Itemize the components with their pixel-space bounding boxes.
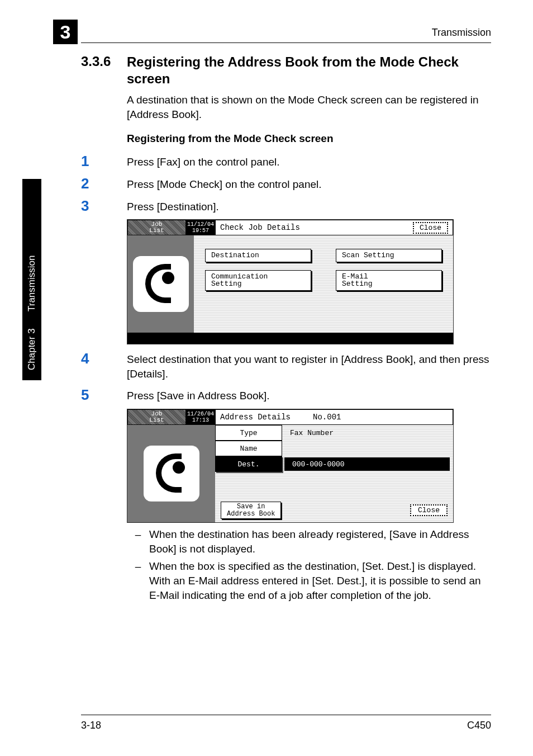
p-stamp-icon: [133, 256, 189, 312]
lcd-address-details: Job List 11/26/04 17:13 Address Details …: [127, 409, 454, 523]
side-tab-title: Transmission: [26, 256, 37, 311]
running-head: Transmission: [432, 27, 491, 39]
save-in-address-book-button[interactable]: Save in Address Book: [221, 502, 281, 519]
step-text-5: Press [Save in Address Book].: [127, 386, 270, 403]
header-rule: [81, 42, 491, 43]
step-number-4: 4: [81, 350, 127, 381]
lcd-datetime: 11/12/04 19:57: [186, 220, 215, 235]
chapter-badge: 3: [53, 20, 78, 44]
destination-button[interactable]: Destination: [205, 249, 311, 262]
side-tab-chapter: Chapter 3: [26, 328, 37, 370]
footer-model: C450: [467, 720, 491, 731]
lcd-side-icon-area: [127, 425, 215, 522]
note-1: When the destination has been already re…: [149, 527, 491, 556]
close-button[interactable]: Close: [413, 222, 448, 234]
lcd-title-number: No.001: [313, 413, 341, 422]
scan-setting-button[interactable]: Scan Setting: [336, 249, 442, 262]
name-label-button[interactable]: Name: [215, 441, 282, 456]
type-label-button[interactable]: Type: [215, 425, 282, 441]
p-stamp-icon: [144, 446, 199, 502]
dash-bullet: –: [127, 559, 149, 602]
step-text-4: Select destination that you want to regi…: [127, 350, 491, 381]
dest-value: 000-000-0000: [284, 457, 450, 471]
footer-page-number: 3-18: [81, 720, 101, 731]
step-text-2: Press [Mode Check] on the control panel.: [127, 175, 322, 192]
step-number-3: 3: [81, 197, 127, 214]
email-setting-button[interactable]: E-Mail Setting: [336, 270, 442, 291]
job-list-tab[interactable]: Job List: [127, 220, 186, 235]
sub-heading: Registering from the Mode Check screen: [127, 133, 491, 145]
lcd-side-icon-area: [127, 235, 194, 333]
name-value: [282, 441, 453, 456]
lcd-title: Check Job Details: [220, 223, 300, 232]
step-text-1: Press [Fax] on the control panel.: [127, 153, 280, 169]
lcd-footer-bar: [127, 333, 453, 344]
dash-bullet: –: [127, 527, 149, 556]
lcd-datetime: 11/26/04 17:13: [186, 409, 215, 425]
lcd-title: Address Details: [220, 413, 291, 422]
step-text-3: Press [Destination].: [127, 197, 219, 214]
lcd-check-job-details: Job List 11/12/04 19:57 Check Job Detail…: [127, 219, 454, 344]
step-number-2: 2: [81, 175, 127, 192]
type-value: Fax Number: [282, 425, 453, 441]
intro-paragraph: A destination that is shown on the Mode …: [127, 93, 491, 121]
section-number: 3.3.6: [81, 54, 127, 87]
note-2: When the box is specified as the destina…: [149, 559, 491, 602]
close-button[interactable]: Close: [410, 504, 448, 516]
dest-label-button[interactable]: Dest.: [215, 456, 282, 472]
section-title: Registering the Address Book from the Mo…: [127, 54, 491, 87]
job-list-tab[interactable]: Job List: [127, 409, 186, 425]
communication-setting-button[interactable]: Communication Setting: [205, 270, 311, 291]
side-tab: Chapter 3 Transmission: [22, 179, 41, 380]
step-number-1: 1: [81, 153, 127, 169]
step-number-5: 5: [81, 386, 127, 403]
